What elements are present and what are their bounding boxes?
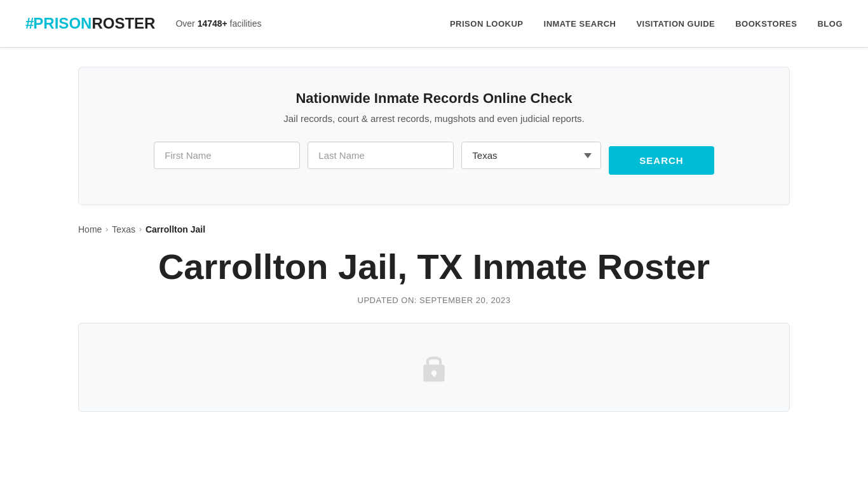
lock-icon (418, 351, 450, 383)
search-title: Nationwide Inmate Records Online Check (104, 90, 764, 107)
breadcrumb-state[interactable]: Texas (112, 224, 135, 234)
updated-date: UPDATED ON: SEPTEMBER 20, 2023 (78, 295, 790, 305)
nav-visitation-guide[interactable]: VISITATION GUIDE (636, 19, 715, 29)
logo-prison: PRISON (33, 15, 92, 32)
breadcrumb-current: Carrollton Jail (146, 224, 205, 234)
nav-prison-lookup[interactable]: PRISON LOOKUP (450, 19, 524, 29)
site-header: #PRISONROSTER Over 14748+ facilities PRI… (0, 0, 868, 48)
search-section: Nationwide Inmate Records Online Check J… (78, 67, 790, 205)
breadcrumb-home[interactable]: Home (78, 224, 102, 234)
main-nav: PRISON LOOKUP INMATE SEARCH VISITATION G… (450, 19, 843, 29)
content-card (78, 323, 790, 412)
lock-icon-container (418, 351, 450, 383)
search-subtitle: Jail records, court & arrest records, mu… (104, 113, 764, 124)
first-name-input[interactable] (154, 142, 300, 169)
nav-bookstores[interactable]: BOOKSTORES (735, 19, 797, 29)
page-title: Carrollton Jail, TX Inmate Roster (78, 247, 790, 287)
search-form: AlabamaAlaskaArizonaArkansasCaliforniaCo… (104, 142, 764, 179)
nav-inmate-search[interactable]: INMATE SEARCH (544, 19, 616, 29)
state-select[interactable]: AlabamaAlaskaArizonaArkansasCaliforniaCo… (461, 142, 601, 169)
search-button-row: SEARCH (609, 146, 714, 175)
breadcrumb-sep-2: › (139, 225, 142, 234)
nav-blog[interactable]: BLOG (817, 19, 843, 29)
breadcrumb-sep-1: › (105, 225, 108, 234)
facilities-count: 14748+ (198, 18, 227, 29)
breadcrumb: Home › Texas › Carrollton Jail (78, 224, 790, 234)
last-name-input[interactable] (308, 142, 454, 169)
site-logo[interactable]: #PRISONROSTER (25, 15, 155, 32)
svg-rect-2 (433, 373, 435, 377)
logo-roster: ROSTER (92, 15, 155, 32)
main-content: Carrollton Jail, TX Inmate Roster UPDATE… (78, 247, 790, 412)
search-inputs-row: AlabamaAlaskaArizonaArkansasCaliforniaCo… (154, 142, 601, 169)
search-button[interactable]: SEARCH (609, 146, 714, 175)
facilities-count-text: Over 14748+ facilities (175, 18, 261, 29)
logo-hash: # (25, 15, 33, 32)
